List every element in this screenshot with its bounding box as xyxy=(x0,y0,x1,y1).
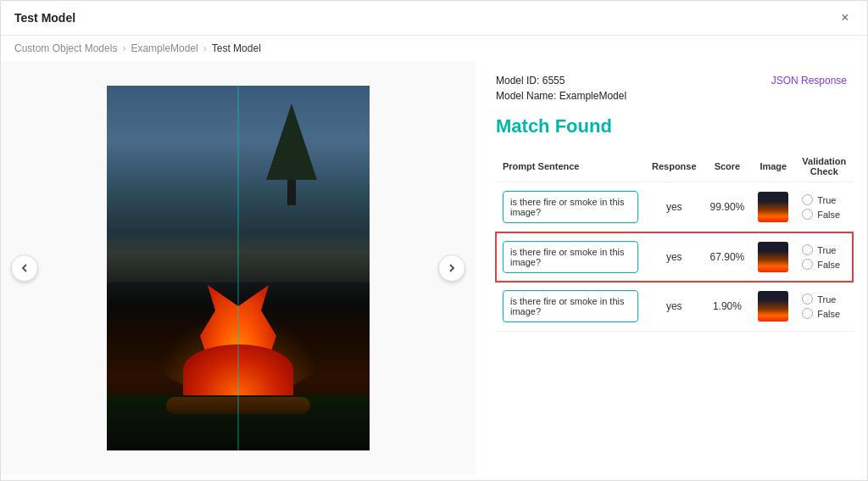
results-table: Prompt Sentence Response Score Image Val… xyxy=(496,151,853,332)
response-cell: yes xyxy=(645,182,704,232)
radio-false-circle[interactable] xyxy=(802,259,813,270)
radio-false-circle[interactable] xyxy=(802,209,813,220)
prompt-cell: is there fire or smoke in this image? xyxy=(496,282,645,332)
table-row: is there fire or smoke in this image?yes… xyxy=(496,232,853,282)
col-score: Score xyxy=(704,151,752,182)
radio-true-circle[interactable] xyxy=(802,294,813,305)
breadcrumb: Custom Object Models › ExampleModel › Te… xyxy=(1,36,867,61)
radio-false[interactable]: False xyxy=(802,259,840,270)
col-response: Response xyxy=(645,151,704,182)
title-bar: Test Model × xyxy=(1,1,867,36)
breadcrumb-sep-2: › xyxy=(203,42,207,54)
validation-cell: TrueFalse xyxy=(795,182,853,232)
radio-true[interactable]: True xyxy=(802,244,836,255)
prompt-cell: is there fire or smoke in this image? xyxy=(496,182,645,232)
table-row: is there fire or smoke in this image?yes… xyxy=(496,282,853,332)
radio-group: TrueFalse xyxy=(802,294,846,319)
radio-false-label: False xyxy=(817,309,840,319)
radio-false[interactable]: False xyxy=(802,209,840,220)
thumbnail xyxy=(758,192,788,222)
tree-trunk xyxy=(287,180,296,205)
radio-true[interactable]: True xyxy=(802,294,836,305)
results-panel: Model ID: 6555 Model Name: ExampleModel … xyxy=(476,61,867,474)
close-button[interactable]: × xyxy=(837,9,854,26)
radio-true-label: True xyxy=(817,245,836,255)
table-row: is there fire or smoke in this image?yes… xyxy=(496,182,853,232)
next-image-button[interactable] xyxy=(438,254,465,282)
response-cell: yes xyxy=(645,232,704,282)
image-cell xyxy=(751,282,795,332)
radio-true[interactable]: True xyxy=(802,194,836,205)
radio-false-label: False xyxy=(817,210,840,220)
breadcrumb-test-model: Test Model xyxy=(212,42,261,54)
prompt-cell: is there fire or smoke in this image? xyxy=(496,232,645,282)
fire-image-background xyxy=(107,86,370,450)
score-cell: 67.90% xyxy=(704,232,752,282)
breadcrumb-sep-1: › xyxy=(122,42,125,54)
radio-false-circle[interactable] xyxy=(802,308,813,319)
tree-top xyxy=(266,103,317,180)
match-found-title: Match Found xyxy=(496,115,847,137)
breadcrumb-custom-object-models[interactable]: Custom Object Models xyxy=(14,42,117,54)
radio-true-circle[interactable] xyxy=(802,194,813,205)
tree-decoration xyxy=(266,103,317,205)
image-cell xyxy=(751,232,795,282)
json-response-link[interactable]: JSON Response xyxy=(771,75,847,87)
response-cell: yes xyxy=(645,282,704,332)
breadcrumb-example-model[interactable]: ExampleModel xyxy=(131,42,198,54)
image-display xyxy=(107,86,370,450)
radio-true-circle[interactable] xyxy=(802,244,813,255)
model-id-row: Model ID: 6555 xyxy=(496,75,626,87)
prompt-text: is there fire or smoke in this image? xyxy=(503,241,638,273)
table-header-row: Prompt Sentence Response Score Image Val… xyxy=(496,151,853,182)
validation-cell: TrueFalse xyxy=(795,232,853,282)
radio-false-label: False xyxy=(817,260,840,270)
radio-false[interactable]: False xyxy=(802,308,840,319)
radio-true-label: True xyxy=(817,195,836,205)
score-cell: 1.90% xyxy=(704,282,752,332)
model-name-row: Model Name: ExampleModel xyxy=(496,90,626,102)
col-image: Image xyxy=(751,151,795,182)
validation-cell: TrueFalse xyxy=(795,282,853,332)
col-prompt: Prompt Sentence xyxy=(496,151,645,182)
radio-group: TrueFalse xyxy=(802,194,846,220)
window-title: Test Model xyxy=(14,11,75,25)
thumbnail xyxy=(758,291,788,322)
score-cell: 99.90% xyxy=(704,182,752,232)
main-content: Model ID: 6555 Model Name: ExampleModel … xyxy=(1,61,867,474)
col-validation: Validation Check xyxy=(795,151,853,182)
radio-group: TrueFalse xyxy=(802,244,846,270)
thumbnail xyxy=(758,242,788,272)
guide-line xyxy=(238,86,239,450)
prompt-text: is there fire or smoke in this image? xyxy=(503,290,638,322)
radio-true-label: True xyxy=(817,294,836,305)
prompt-text: is there fire or smoke in this image? xyxy=(503,191,638,223)
prev-image-button[interactable] xyxy=(11,254,38,282)
image-cell xyxy=(751,182,795,232)
image-panel xyxy=(1,61,476,474)
